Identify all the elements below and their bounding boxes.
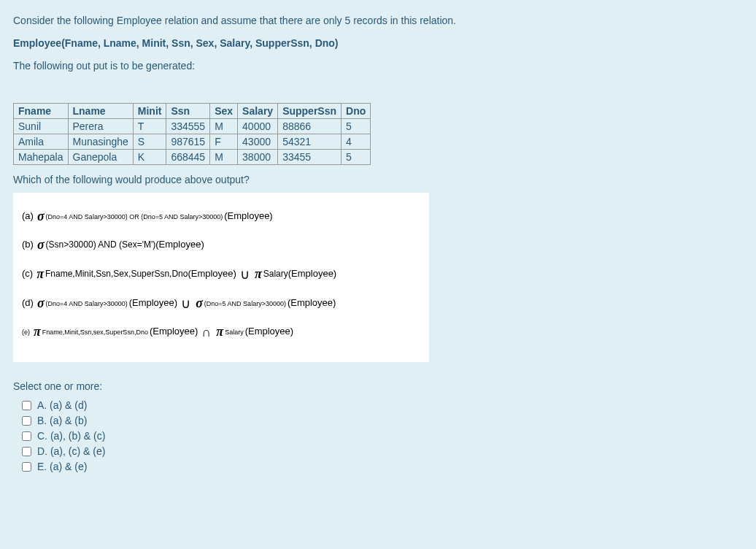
expression-e: (e) π Fname,Minit,Ssn,sex,SuperSsn,Dno (… [22, 323, 420, 338]
expression-d: (d) σ (Dno=4 AND Salary>30000) (Employee… [22, 293, 420, 310]
relation-schema: Employee(Fname, Lname, Minit, Ssn, Sex, … [13, 36, 743, 51]
col-sex: Sex [210, 104, 238, 119]
select-prompt: Select one or more: [13, 380, 743, 392]
col-minit: Minit [133, 104, 166, 119]
intersect-icon: ∩ [201, 325, 211, 340]
table-row: Sunil Perera T 334555 M 40000 88866 5 [14, 119, 371, 134]
sigma-icon: σ [37, 209, 45, 224]
pi-icon: π [36, 266, 44, 282]
checkbox-b[interactable] [22, 416, 31, 426]
expression-c: (c) π Fname,Minit,Ssn,Sex,SuperSsn,Dno (… [22, 264, 420, 280]
employee-output-table: Fname Lname Minit Ssn Sex Salary SupperS… [13, 103, 371, 165]
union-icon: ∪ [181, 296, 190, 312]
checkbox-c[interactable] [22, 431, 31, 441]
pi-icon: π [255, 266, 262, 282]
table-row: Mahepala Ganepola K 668445 M 38000 33455… [14, 150, 371, 165]
answer-option-d[interactable]: D. (a), (c) & (e) [22, 445, 743, 457]
union-icon: ∪ [240, 266, 250, 283]
checkbox-a[interactable] [22, 401, 31, 410]
pi-icon: π [34, 324, 41, 339]
answer-option-a[interactable]: A. (a) & (d) [22, 399, 743, 411]
intro-line3: The following out put is to be generated… [13, 58, 743, 74]
answer-label: B. (a) & (b) [37, 415, 87, 426]
col-dno: Dno [342, 104, 371, 119]
expression-b: (b) σ (Ssn>30000) AND (Sex='M') (Employe… [22, 236, 420, 251]
checkbox-e[interactable] [22, 462, 31, 472]
col-fname: Fname [14, 104, 69, 119]
sigma-icon: σ [196, 296, 203, 311]
checkbox-d[interactable] [22, 447, 31, 456]
answer-label: C. (a), (b) & (c) [37, 430, 105, 442]
answer-option-e[interactable]: E. (a) & (e) [22, 461, 743, 472]
question-intro: Consider the following Employee relation… [13, 13, 743, 74]
col-ssn: Ssn [166, 104, 210, 119]
intro-line1: Consider the following Employee relation… [13, 13, 743, 28]
table-header-row: Fname Lname Minit Ssn Sex Salary SupperS… [14, 104, 371, 119]
sigma-icon: σ [37, 237, 45, 253]
expression-a: (a) σ (Dno=4 AND Salary>30000) OR (Dno=5… [22, 207, 420, 223]
answer-option-c[interactable]: C. (a), (b) & (c) [22, 430, 743, 442]
answer-label: D. (a), (c) & (e) [37, 445, 105, 457]
col-supperssn: SupperSsn [278, 104, 342, 119]
pi-icon: π [216, 324, 223, 339]
answer-label: E. (a) & (e) [37, 461, 87, 472]
col-salary: Salary [238, 104, 278, 119]
relational-expressions: (a) σ (Dno=4 AND Salary>30000) OR (Dno=5… [13, 193, 429, 362]
col-lname: Lname [68, 104, 133, 119]
table-row: Amila Munasinghe S 987615 F 43000 54321 … [14, 134, 371, 150]
sigma-icon: σ [37, 296, 45, 311]
question-text: Which of the following would produce abo… [13, 174, 743, 185]
answer-label: A. (a) & (d) [37, 399, 87, 411]
answer-option-b[interactable]: B. (a) & (b) [22, 415, 743, 426]
